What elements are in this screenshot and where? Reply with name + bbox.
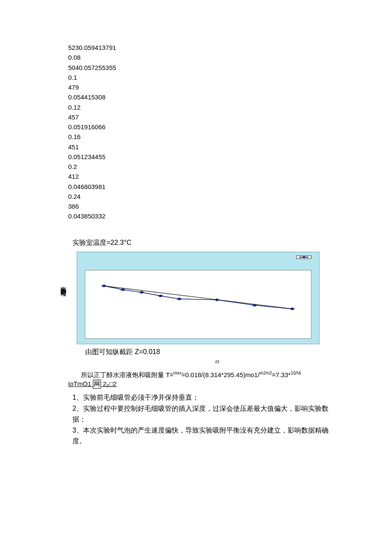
svg-rect-8 — [289, 307, 295, 310]
formula-line2: IoTmO1 网 2F□2 — [68, 380, 392, 389]
intercept-text: 由图可知纵截距 Z=0.018 — [85, 348, 392, 357]
discussion-item: 1、实验前毛细吸管必须干净并保持垂直； — [72, 392, 341, 403]
data-value-line: 0.051916066 — [68, 122, 392, 132]
discussion-item: 2、实验过程中要控制好毛细吸管的插入深度，过深会使压差最大值偏大，影响实验数据； — [72, 403, 341, 425]
chart-outer-frame — [77, 252, 320, 344]
data-value-line: 0.054415308 — [68, 92, 392, 102]
data-value-line: 0.16 — [68, 132, 392, 142]
formula-sup2: m2m2 — [259, 370, 272, 375]
discussion-block: 1、实验前毛细吸管必须干净并保持垂直；2、实验过程中要控制好毛细吸管的插入深度，… — [72, 392, 341, 447]
discussion-item: 3、本次实验时气泡的产生速度偏快，导致实验吸附平衡没有充分建立，影响数据精确度。 — [72, 425, 341, 447]
formula-sup1: iπκτ — [173, 370, 182, 375]
formula-l2a: IoTmO1 — [68, 380, 91, 387]
formula-mid: =0.018/(8.314*295.45)mo1/ — [182, 371, 259, 378]
chart-container — [77, 252, 320, 344]
section-label-data-processing: 实验数据处理 — [60, 282, 67, 287]
data-value-line: 5040.057255355 — [68, 63, 392, 73]
data-value-line: 479 — [68, 82, 392, 92]
data-value-line: 0.24 — [68, 192, 392, 201]
chart-header — [77, 252, 319, 265]
svg-rect-4 — [158, 294, 163, 297]
formula-prefix: 所以正丁醇水溶液饱和吸附量 T= — [81, 371, 173, 378]
svg-rect-1 — [101, 284, 107, 287]
svg-rect-5 — [176, 297, 182, 300]
data-value-line: 0.1 — [68, 73, 392, 82]
svg-rect-2 — [120, 288, 126, 291]
zz-annotation: zz — [43, 359, 392, 364]
data-value-line: 5230.059413791 — [68, 43, 392, 52]
data-value-line: 0.08 — [68, 52, 392, 62]
data-value-line: 412 — [68, 171, 392, 181]
adsorption-formula: 所以正丁醇水溶液饱和吸附量 T=iπκτ=0.018/(8.314*295.45… — [81, 370, 392, 380]
data-value-line: 0.2 — [68, 162, 392, 171]
formula-sup3: 10Λ6 — [291, 370, 301, 375]
formula-l2c: 2 — [101, 380, 107, 387]
svg-rect-6 — [214, 298, 219, 301]
data-value-line: 0.043850332 — [68, 211, 392, 221]
data-values-block: 5230.0594137910.085040.0572553550.14790.… — [68, 43, 392, 221]
document-page: 5230.0594137910.085040.0572553550.14790.… — [0, 0, 392, 447]
svg-rect-3 — [139, 291, 144, 293]
chart-legend — [296, 256, 311, 259]
data-value-line: 0.051234455 — [68, 152, 392, 162]
chart-svg — [85, 270, 311, 338]
formula-l2b: 网 — [93, 380, 101, 389]
data-value-line: 386 — [68, 201, 392, 211]
formula-tail: =7.33* — [272, 371, 291, 378]
svg-rect-7 — [252, 304, 257, 307]
chart-plot-area — [85, 270, 311, 339]
room-temperature: 实验室温度=22.3°C — [72, 238, 392, 247]
data-value-line: 451 — [68, 142, 392, 152]
formula-l2d: □2 — [109, 380, 116, 387]
data-value-line: 457 — [68, 112, 392, 122]
data-value-line: 0.046803981 — [68, 182, 392, 192]
data-value-line: 0.12 — [68, 102, 392, 112]
legend-series — [299, 257, 308, 257]
svg-line-0 — [104, 286, 292, 309]
